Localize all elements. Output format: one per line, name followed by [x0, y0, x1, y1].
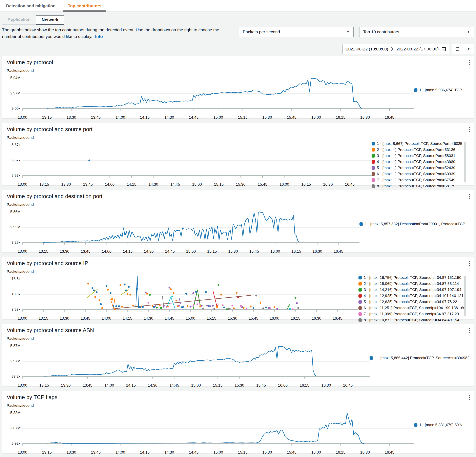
y-tick-label: 9.00k — [11, 107, 20, 111]
kebab-menu-icon[interactable] — [468, 327, 471, 333]
legend-label: 1 - [max: 5,866,442] Protocol=TCP, Sourc… — [375, 356, 469, 360]
legend-item[interactable]: 4 - [max: 12,925] Protocol=TCP, SourceIp… — [358, 294, 461, 298]
y-tick-label: 5.33M — [10, 411, 20, 415]
legend-item[interactable]: 4 - [max: --] Protocol=TCP, SourcePort=4… — [372, 160, 461, 164]
legend-scrollbar[interactable] — [464, 276, 466, 316]
x-tick-label: 16:15 — [300, 383, 309, 388]
x-tick-label: 13:15 — [42, 450, 52, 455]
chart-plot-area[interactable] — [22, 341, 370, 381]
legend-color-marker — [372, 166, 375, 170]
data-point — [196, 303, 198, 305]
calendar-icon — [442, 47, 446, 51]
kebab-menu-icon[interactable] — [468, 193, 471, 199]
x-tick-label: 14:00 — [116, 450, 125, 455]
legend-item[interactable]: 3 - [max: --] Protocol=TCP, SourcePort=5… — [372, 154, 461, 158]
legend-item[interactable]: 3 - [max: 14,216] Protocol=TCP, SourceIp… — [358, 288, 461, 292]
y-tick-label: 5.94M — [10, 76, 20, 80]
data-point — [128, 286, 130, 288]
legend-item[interactable]: 1 - [max: 5,857,832] DestinationPort=200… — [359, 222, 467, 226]
x-tick-label: 16:00 — [270, 316, 279, 321]
legend-item[interactable]: 7 - [max: 11,099] Protocol=TCP, SourceIp… — [358, 312, 461, 316]
refresh-icon — [455, 46, 460, 52]
legend-item[interactable]: 6 - [max: --] Protocol=TCP, SourcePort=6… — [372, 172, 461, 176]
active-tab-underline — [63, 10, 106, 11]
x-tick-label: 15:30 — [228, 249, 238, 254]
x-tick-label: 16:00 — [311, 450, 321, 455]
legend-item[interactable]: 1 - [max: 5,936,674] TCP — [414, 88, 467, 92]
data-point — [136, 288, 138, 290]
refresh-options-button[interactable]: ▼ — [463, 44, 474, 54]
x-tick-label: 14:00 — [105, 182, 114, 187]
data-point — [171, 296, 173, 297]
legend-item[interactable]: 7 - [max: --] Protocol=TCP, SourcePort=5… — [372, 178, 461, 182]
data-point — [233, 307, 235, 309]
chart-plot-area[interactable] — [22, 274, 358, 314]
contributor-count-select[interactable]: Top 10 contributors ▼ — [359, 27, 474, 37]
chart-panels-container: Volume by protocolPackets/second5.94M2.9… — [0, 55, 476, 453]
kebab-menu-icon[interactable] — [468, 126, 471, 133]
network-toggle-button[interactable]: Network — [36, 15, 64, 25]
legend-item[interactable]: 6 - [max: 11,251] Protocol=TCP, SourceIp… — [358, 306, 461, 310]
application-toggle-button[interactable]: Application — [2, 15, 36, 25]
chart-plot-area[interactable] — [22, 408, 414, 448]
legend-item[interactable]: 1 - [max: 8,667] Protocol=TCP, SourcePor… — [372, 141, 461, 146]
chart-title: Volume by protocol and destination port — [7, 193, 102, 199]
x-tick-label: 13:30 — [60, 316, 69, 321]
legend-color-marker — [358, 306, 362, 310]
legend-label: 1 - [max: 16,756] Protocol=TCP, SourceIp… — [364, 275, 461, 280]
y-tick-label: 3.83k — [11, 307, 20, 312]
y-tick-label: 5.92k — [11, 441, 20, 446]
legend-item[interactable]: 8 - [max: --] Protocol=TCP, SourcePort=5… — [372, 184, 461, 188]
legend-item[interactable]: 2 - [max: --] Protocol=TCP, SourcePort=5… — [372, 148, 461, 152]
chart-plot-area[interactable] — [22, 207, 359, 247]
chart-panel-volume-by-tcp-flags: Volume by TCP flagsPackets/second5.33M2.… — [2, 391, 474, 453]
x-tick-label: 14:00 — [104, 383, 114, 388]
legend-label: 1 - [max: 5,857,832] DestinationPort=200… — [365, 222, 465, 226]
data-point — [269, 307, 271, 309]
data-point — [185, 293, 187, 295]
legend-item[interactable]: 1 - [max: 16,756] Protocol=TCP, SourceIp… — [358, 275, 461, 280]
info-link[interactable]: Info — [95, 34, 103, 39]
kebab-menu-icon[interactable] — [468, 59, 471, 66]
chart-panel-volume-by-protocol: Volume by protocolPackets/second5.94M2.9… — [2, 56, 474, 118]
y-tick-label: 67.2k — [11, 374, 20, 379]
x-tick-label: 16:45 — [343, 383, 353, 388]
chart-plot-area[interactable] — [22, 73, 414, 113]
legend-item[interactable]: 8 - [max: 10,872] Protocol=TCP, SourceIp… — [358, 318, 461, 322]
kebab-menu-icon[interactable] — [468, 394, 471, 400]
view-toggle: Application Network — [2, 15, 64, 25]
legend-item[interactable]: 1 - [max: 5,866,442] Protocol=TCP, Sourc… — [370, 356, 467, 360]
data-point — [146, 293, 148, 295]
metric-select[interactable]: Packets per second ▼ — [239, 27, 354, 37]
tab-top-contributors[interactable]: Top contributors — [62, 0, 107, 11]
data-point — [145, 291, 147, 293]
chart-title: Volume by protocol and source IP — [7, 260, 88, 266]
data-point — [213, 308, 215, 310]
data-point — [246, 308, 247, 310]
chart-plot-area[interactable] — [22, 140, 372, 180]
date-range-picker[interactable]: 2022-08-22 (13:00:00) 2022-08-22 (17:00:… — [342, 44, 449, 54]
x-tick-label: 14:30 — [144, 249, 154, 254]
legend-scrollbar[interactable] — [464, 142, 466, 182]
tab-detection-and-mitigation[interactable]: Detection and mitigation — [0, 0, 62, 11]
legend-item[interactable]: 2 - [max: 15,069] Protocol=TCP, SourceIp… — [358, 282, 461, 286]
refresh-button[interactable] — [452, 44, 463, 54]
chart-panel-volume-by-protocol-and-source-ip: Volume by protocol and source IPPackets/… — [2, 257, 474, 319]
date-range-row: 2022-08-22 (13:00:00) 2022-08-22 (17:00:… — [0, 40, 476, 55]
legend-label: 3 - [max: 14,216] Protocol=TCP, SourceIp… — [364, 288, 461, 292]
x-tick-label: 13:00 — [17, 316, 27, 321]
legend-item[interactable]: 5 - [max: --] Protocol=TCP, SourcePort=5… — [372, 166, 461, 170]
kebab-menu-icon[interactable] — [468, 260, 471, 266]
legend-item[interactable]: 5 - [max: 12,635] Protocol=TCP, SourceIp… — [358, 300, 461, 304]
y-axis-unit-label: Packets/second — [7, 202, 471, 207]
data-point — [132, 305, 134, 307]
data-point — [88, 160, 90, 161]
chart-legend: 1 - [max: 8,667] Protocol=TCP, SourcePor… — [372, 140, 467, 190]
data-point — [154, 305, 156, 307]
data-segment — [111, 299, 115, 308]
legend-item[interactable]: 1 - [max: 5,331,679] SYN — [414, 423, 467, 427]
y-tick-label: 2.97M — [10, 91, 20, 95]
x-tick-label: 16:30 — [313, 249, 322, 254]
data-point — [93, 290, 95, 291]
date-range-start: 2022-08-22 (13:00:00) — [346, 47, 388, 51]
